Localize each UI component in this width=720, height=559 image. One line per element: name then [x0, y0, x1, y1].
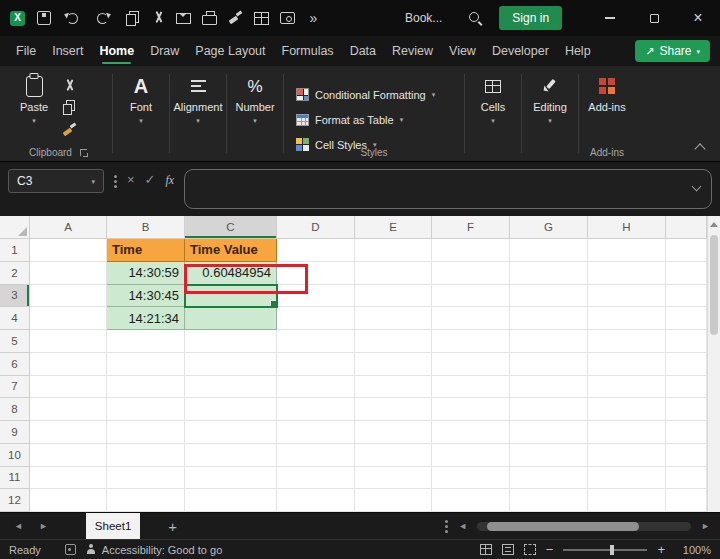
- menu-tab-draw[interactable]: Draw: [150, 36, 179, 66]
- table-icon[interactable]: [254, 10, 269, 26]
- cell-G7[interactable]: [510, 376, 588, 399]
- page-layout-view-button[interactable]: [502, 544, 514, 555]
- cell-B8[interactable]: [107, 398, 185, 421]
- search-icon[interactable]: [468, 11, 483, 26]
- cell-E9[interactable]: [355, 421, 432, 444]
- cell-B5[interactable]: [107, 330, 185, 353]
- cut-icon[interactable]: [150, 10, 165, 26]
- cell-C10[interactable]: [185, 444, 277, 467]
- insert-function-icon[interactable]: fx: [166, 174, 175, 186]
- alignment-button[interactable]: Alignment ▾: [172, 66, 224, 161]
- cell-A11[interactable]: [30, 467, 107, 490]
- cell-C1[interactable]: Time Value: [185, 239, 277, 262]
- cell-D11[interactable]: [277, 467, 355, 490]
- cell-partial-9[interactable]: [666, 421, 707, 444]
- cell-D5[interactable]: [277, 330, 355, 353]
- cell-B11[interactable]: [107, 467, 185, 490]
- horizontal-scrollbar[interactable]: [477, 522, 691, 531]
- cell-B12[interactable]: [107, 489, 185, 512]
- cell-A12[interactable]: [30, 489, 107, 512]
- cell-A1[interactable]: [30, 239, 107, 262]
- cell-B4[interactable]: 14:21:34: [107, 307, 185, 330]
- cell-C5[interactable]: [185, 330, 277, 353]
- font-button[interactable]: A Font ▾: [115, 66, 167, 161]
- cell-B7[interactable]: [107, 376, 185, 399]
- conditional-formatting-button[interactable]: Conditional Formatting ▾: [296, 86, 435, 103]
- cell-G12[interactable]: [510, 489, 588, 512]
- cell-G3[interactable]: [510, 285, 588, 308]
- menu-tab-review[interactable]: Review: [392, 36, 433, 66]
- cell-F9[interactable]: [432, 421, 510, 444]
- column-header-A[interactable]: A: [30, 216, 107, 239]
- cell-partial-8[interactable]: [666, 398, 707, 421]
- cell-partial-10[interactable]: [666, 444, 707, 467]
- column-header-D[interactable]: D: [277, 216, 355, 239]
- minimize-button[interactable]: [588, 0, 632, 36]
- cell-H12[interactable]: [588, 489, 666, 512]
- cell-partial-11[interactable]: [666, 467, 707, 490]
- editing-button[interactable]: Editing ▾: [524, 66, 576, 161]
- cell-A3[interactable]: [30, 285, 107, 308]
- cell-G6[interactable]: [510, 353, 588, 376]
- cell-C4[interactable]: [185, 307, 277, 330]
- cell-F11[interactable]: [432, 467, 510, 490]
- sheet-nav-right-icon[interactable]: ►: [39, 522, 48, 531]
- cell-H4[interactable]: [588, 307, 666, 330]
- cell-D1[interactable]: [277, 239, 355, 262]
- cell-partial-7[interactable]: [666, 376, 707, 399]
- dialog-launcher-icon[interactable]: [80, 149, 87, 156]
- column-header-F[interactable]: F: [432, 216, 510, 239]
- excel-icon[interactable]: [10, 11, 25, 26]
- cell-F7[interactable]: [432, 376, 510, 399]
- row-header-6[interactable]: 6: [0, 353, 30, 376]
- cell-D9[interactable]: [277, 421, 355, 444]
- cell-E3[interactable]: [355, 285, 432, 308]
- cell-G1[interactable]: [510, 239, 588, 262]
- cell-B1[interactable]: Time: [107, 239, 185, 262]
- zoom-slider[interactable]: [563, 549, 647, 551]
- mail-icon[interactable]: [176, 10, 191, 26]
- column-header-C[interactable]: C: [185, 216, 277, 239]
- row-header-7[interactable]: 7: [0, 376, 30, 399]
- overflow-icon[interactable]: [306, 10, 321, 26]
- cell-partial-12[interactable]: [666, 489, 707, 512]
- cell-B10[interactable]: [107, 444, 185, 467]
- zoom-out-button[interactable]: −: [546, 543, 554, 556]
- cell-H3[interactable]: [588, 285, 666, 308]
- cell-F10[interactable]: [432, 444, 510, 467]
- column-header-partial[interactable]: [666, 216, 707, 239]
- page-break-view-button[interactable]: [524, 544, 536, 555]
- row-header-5[interactable]: 5: [0, 330, 30, 353]
- accessibility-status[interactable]: Accessibility: Good to go: [102, 544, 222, 556]
- row-header-9[interactable]: 9: [0, 421, 30, 444]
- menu-tab-insert[interactable]: Insert: [52, 36, 83, 66]
- column-header-B[interactable]: B: [107, 216, 185, 239]
- copy-icon[interactable]: [124, 10, 139, 26]
- format-painter-button[interactable]: [60, 122, 78, 136]
- cell-H6[interactable]: [588, 353, 666, 376]
- row-header-8[interactable]: 8: [0, 398, 30, 421]
- print-icon[interactable]: [202, 10, 217, 26]
- copy-button[interactable]: [60, 100, 78, 114]
- cell-H9[interactable]: [588, 421, 666, 444]
- cell-A10[interactable]: [30, 444, 107, 467]
- cell-C8[interactable]: [185, 398, 277, 421]
- share-button[interactable]: ↗ Share ▾: [635, 40, 710, 62]
- sheet-tab-sheet1[interactable]: Sheet1: [86, 513, 140, 540]
- cell-D7[interactable]: [277, 376, 355, 399]
- number-button[interactable]: % Number ▾: [229, 66, 281, 161]
- cell-E6[interactable]: [355, 353, 432, 376]
- formula-bar-handle[interactable]: [114, 180, 117, 183]
- cell-partial-1[interactable]: [666, 239, 707, 262]
- cell-partial-6[interactable]: [666, 353, 707, 376]
- cell-partial-3[interactable]: [666, 285, 707, 308]
- menu-tab-help[interactable]: Help: [565, 36, 591, 66]
- cell-E2[interactable]: [355, 262, 432, 285]
- cell-E4[interactable]: [355, 307, 432, 330]
- row-header-11[interactable]: 11: [0, 467, 30, 490]
- cell-F3[interactable]: [432, 285, 510, 308]
- cell-G2[interactable]: [510, 262, 588, 285]
- cell-F6[interactable]: [432, 353, 510, 376]
- tab-options-icon[interactable]: [445, 525, 448, 528]
- cell-H10[interactable]: [588, 444, 666, 467]
